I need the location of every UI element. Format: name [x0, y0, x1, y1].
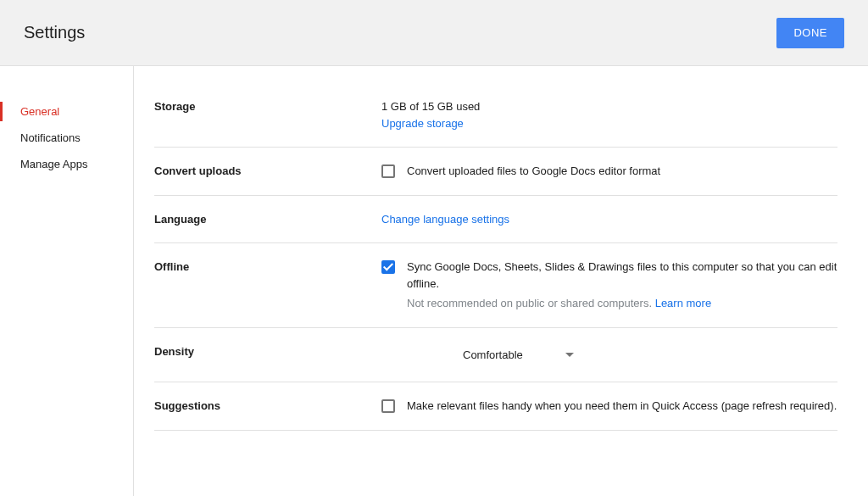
density-dropdown[interactable]: Comfortable [458, 343, 579, 367]
section-label-offline: Offline [154, 259, 381, 312]
suggestions-checkbox[interactable] [381, 399, 395, 413]
sidebar-item-general[interactable]: General [0, 98, 133, 125]
section-label-density: Density [154, 343, 381, 367]
offline-sync-checkbox[interactable] [381, 260, 395, 274]
sidebar: General Notifications Manage Apps [0, 66, 134, 496]
done-button[interactable]: DONE [776, 18, 844, 48]
sidebar-item-manage-apps[interactable]: Manage Apps [0, 151, 133, 177]
offline-learn-more-link[interactable]: Learn more [655, 297, 711, 309]
section-storage: Storage 1 GB of 15 GB used Upgrade stora… [154, 98, 837, 148]
sidebar-item-notifications[interactable]: Notifications [0, 125, 133, 151]
section-density: Density Comfortable [154, 328, 837, 383]
settings-main: Storage 1 GB of 15 GB used Upgrade stora… [134, 66, 868, 496]
section-label-language: Language [154, 211, 381, 228]
convert-uploads-checkbox[interactable] [381, 164, 395, 178]
section-language: Language Change language settings [154, 196, 837, 244]
chevron-down-icon [565, 353, 574, 357]
header-bar: Settings DONE [0, 0, 868, 66]
offline-hint-text: Not recommended on public or shared comp… [407, 297, 655, 309]
density-value: Comfortable [463, 347, 523, 364]
section-suggestions: Suggestions Make relevant files handy wh… [154, 382, 837, 431]
section-label-convert: Convert uploads [154, 163, 381, 180]
upgrade-storage-link[interactable]: Upgrade storage [381, 117, 464, 130]
change-language-link[interactable]: Change language settings [381, 213, 509, 226]
page-title: Settings [24, 23, 85, 42]
section-convert-uploads: Convert uploads Convert uploaded files t… [154, 148, 837, 196]
section-offline: Offline Sync Google Docs, Sheets, Slides… [154, 243, 837, 328]
section-label-suggestions: Suggestions [154, 398, 381, 415]
convert-uploads-text: Convert uploaded files to Google Docs ed… [407, 163, 660, 180]
section-label-storage: Storage [154, 98, 381, 131]
offline-sync-text: Sync Google Docs, Sheets, Slides & Drawi… [407, 259, 837, 292]
suggestions-text: Make relevant files handy when you need … [407, 398, 837, 415]
storage-usage-text: 1 GB of 15 GB used [381, 98, 837, 115]
